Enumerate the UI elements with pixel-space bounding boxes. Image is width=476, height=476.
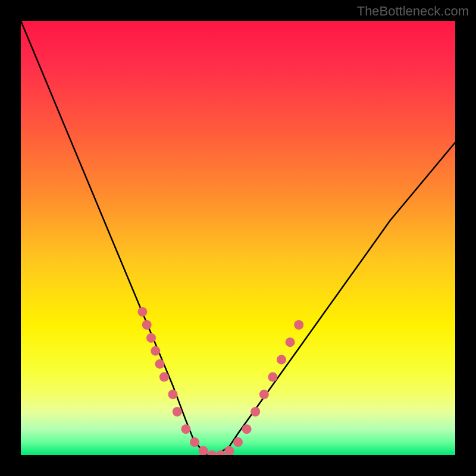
marker-point (216, 450, 226, 455)
chart-svg (21, 21, 455, 455)
marker-group (137, 307, 303, 455)
watermark-text: TheBottleneck.com (357, 4, 469, 19)
marker-point (151, 346, 160, 356)
marker-point (259, 390, 269, 399)
marker-point (294, 320, 303, 330)
marker-point (199, 446, 208, 455)
chart-area (21, 21, 455, 455)
marker-point (159, 372, 169, 382)
bottleneck-curve (21, 21, 455, 455)
marker-point (268, 372, 277, 382)
marker-point (242, 424, 252, 434)
marker-point (233, 437, 243, 447)
marker-point (286, 337, 295, 347)
marker-point (181, 424, 190, 434)
marker-point (137, 307, 147, 317)
marker-point (190, 437, 199, 447)
marker-point (277, 355, 286, 364)
marker-point (168, 390, 178, 399)
marker-point (250, 407, 260, 416)
marker-point (146, 333, 156, 343)
marker-point (173, 407, 182, 416)
marker-point (207, 450, 217, 455)
marker-point (224, 446, 234, 455)
marker-point (155, 359, 165, 369)
marker-point (142, 320, 152, 330)
